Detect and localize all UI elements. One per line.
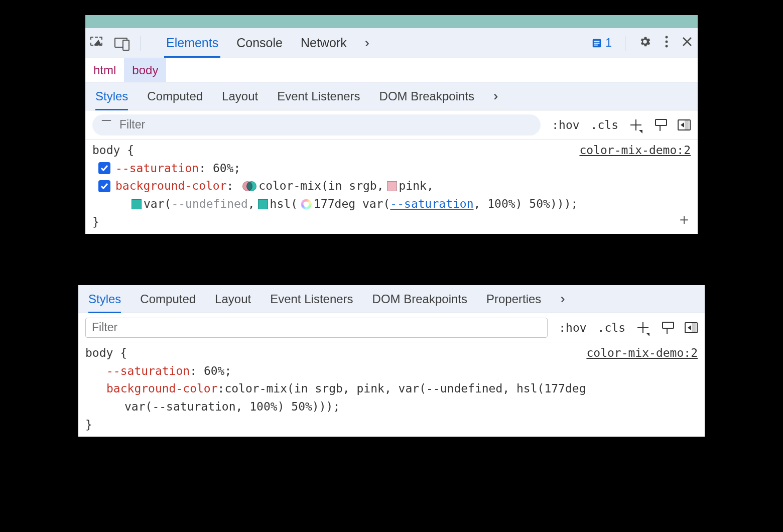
toolbar-separator — [141, 36, 141, 51]
css-property-value-line2[interactable]: var(--saturation, 100%) 50%))); — [124, 398, 340, 416]
toolbar-separator — [625, 36, 625, 51]
declaration-background-color-cont[interactable]: var(--undefined, hsl( 177deg var(--satur… — [92, 195, 691, 213]
filter-input[interactable] — [118, 117, 532, 132]
svg-rect-1 — [594, 41, 600, 42]
toggle-cls-button[interactable]: .cls — [598, 321, 625, 334]
semicolon: ; — [571, 195, 578, 213]
toggle-hov-button[interactable]: :hov — [559, 321, 586, 334]
fn-var2: var — [362, 195, 383, 213]
colon: : — [227, 177, 234, 195]
toggle-cls-button[interactable]: .cls — [591, 118, 618, 131]
rule-selector[interactable]: body { — [85, 346, 127, 359]
stylesheet-source-link[interactable]: color-mix-demo:2 — [586, 344, 698, 362]
subtabs-overflow-icon[interactable]: ›› — [560, 291, 561, 307]
settings-button[interactable] — [638, 35, 651, 51]
css-property-name[interactable]: --saturation — [115, 160, 199, 178]
tabs-overflow-icon[interactable]: ›› — [365, 35, 365, 51]
crumb-html[interactable]: html — [85, 58, 124, 82]
declaration-background-color[interactable]: background-color: color-mix(in srgb, pin… — [85, 380, 698, 398]
color-space: in srgb — [328, 177, 377, 195]
filter-icon — [101, 120, 111, 130]
subtab-layout[interactable]: Layout — [215, 292, 251, 306]
subtab-properties[interactable]: Properties — [486, 292, 541, 306]
declaration-background-color-cont[interactable]: var(--saturation, 100%) 50%))); — [85, 398, 698, 416]
css-property-name[interactable]: background-color — [106, 380, 218, 398]
comma: , — [427, 177, 434, 195]
subtab-layout[interactable]: Layout — [222, 89, 258, 103]
fn-var: var — [144, 195, 165, 213]
css-property-name[interactable]: background-color — [115, 177, 227, 195]
comma: , — [377, 177, 384, 195]
subtab-event-listeners[interactable]: Event Listeners — [270, 292, 353, 306]
colon: : — [218, 380, 225, 398]
lightness: 50% — [529, 195, 550, 213]
rule-selector[interactable]: body { — [92, 144, 134, 157]
color-mix-swatch-icon[interactable] — [242, 181, 255, 191]
css-property-name[interactable]: --saturation — [106, 362, 190, 380]
format-styles-button[interactable] — [654, 119, 667, 131]
format-styles-button[interactable] — [661, 322, 674, 334]
inspect-element-icon[interactable] — [90, 37, 103, 50]
css-property-value[interactable]: 60% — [213, 160, 234, 178]
subtab-styles[interactable]: Styles — [95, 89, 128, 103]
subtab-computed[interactable]: Computed — [140, 292, 196, 306]
toolbar-right: 1 — [591, 35, 693, 51]
subtabs-overflow-icon[interactable]: ›› — [493, 88, 494, 104]
toggle-computed-panel-button[interactable] — [678, 119, 691, 130]
selector-text: body — [92, 144, 120, 157]
hue-deg: 177deg — [314, 195, 355, 213]
toggle-declaration-checkbox[interactable] — [98, 180, 110, 192]
color-swatch-teal-icon[interactable] — [132, 199, 142, 209]
stylesheet-source-link[interactable]: color-mix-demo:2 — [579, 142, 691, 160]
tab-elements[interactable]: Elements — [166, 36, 218, 50]
tab-console[interactable]: Console — [236, 36, 283, 50]
subtab-dom-breakpoints[interactable]: DOM Breakpoints — [372, 292, 467, 306]
brace-open: { — [127, 144, 134, 157]
cssvar-saturation-link[interactable]: --saturation — [390, 195, 473, 213]
paren-close: ) — [550, 195, 557, 213]
issues-button[interactable]: 1 — [591, 36, 612, 50]
colon: : — [190, 362, 197, 380]
svg-point-4 — [666, 36, 668, 38]
filter-input[interactable] — [91, 320, 542, 335]
paren-close: ) — [564, 195, 571, 213]
subtab-event-listeners[interactable]: Event Listeners — [277, 89, 360, 103]
main-toolbar: Elements Console Network ›› 1 — [85, 28, 698, 58]
toggle-computed-panel-button[interactable] — [685, 322, 698, 333]
issues-count: 1 — [605, 36, 612, 50]
color-swatch-teal2-icon[interactable] — [258, 199, 268, 209]
declaration-saturation[interactable]: --saturation: 60%; — [92, 160, 691, 178]
paren-open: ( — [321, 177, 328, 195]
new-style-rule-button[interactable] — [636, 321, 649, 334]
comma: , — [248, 195, 255, 213]
comma: , — [474, 195, 481, 213]
declaration-saturation[interactable]: --saturation: 60%; — [85, 362, 698, 380]
paren-close: ) — [557, 195, 564, 213]
close-button[interactable] — [682, 36, 693, 50]
tab-network[interactable]: Network — [301, 36, 347, 50]
more-button[interactable] — [665, 35, 669, 51]
css-property-value-line1[interactable]: color-mix(in srgb, pink, var(--undefined… — [224, 380, 586, 398]
color-swatch-pink-icon[interactable] — [387, 181, 397, 191]
semicolon: ; — [224, 362, 231, 380]
styles-rule: color-mix-demo:2 body { --saturation: 60… — [78, 342, 705, 437]
device-toolbar-icon[interactable] — [114, 38, 129, 49]
subtab-dom-breakpoints[interactable]: DOM Breakpoints — [379, 89, 474, 103]
declaration-background-color[interactable]: background-color: color-mix(in srgb, pin… — [92, 177, 691, 195]
paren-open: ( — [165, 195, 172, 213]
toggle-declaration-checkbox[interactable] — [98, 162, 110, 174]
subtab-styles[interactable]: Styles — [88, 292, 121, 306]
toggle-hov-button[interactable]: :hov — [552, 118, 579, 131]
fn-hsl: hsl — [270, 195, 291, 213]
semicolon: ; — [233, 160, 240, 178]
svg-point-5 — [666, 40, 668, 43]
subtab-computed[interactable]: Computed — [147, 89, 203, 103]
add-declaration-button[interactable]: ＋ — [677, 208, 692, 231]
hue-ring-icon[interactable] — [301, 199, 312, 210]
svg-rect-3 — [594, 44, 598, 45]
new-style-rule-button[interactable] — [629, 118, 642, 131]
crumb-body[interactable]: body — [124, 58, 166, 82]
css-property-value[interactable]: 60% — [204, 362, 225, 380]
cssvar-undefined[interactable]: --undefined — [171, 195, 247, 213]
color-pink: pink — [399, 177, 427, 195]
